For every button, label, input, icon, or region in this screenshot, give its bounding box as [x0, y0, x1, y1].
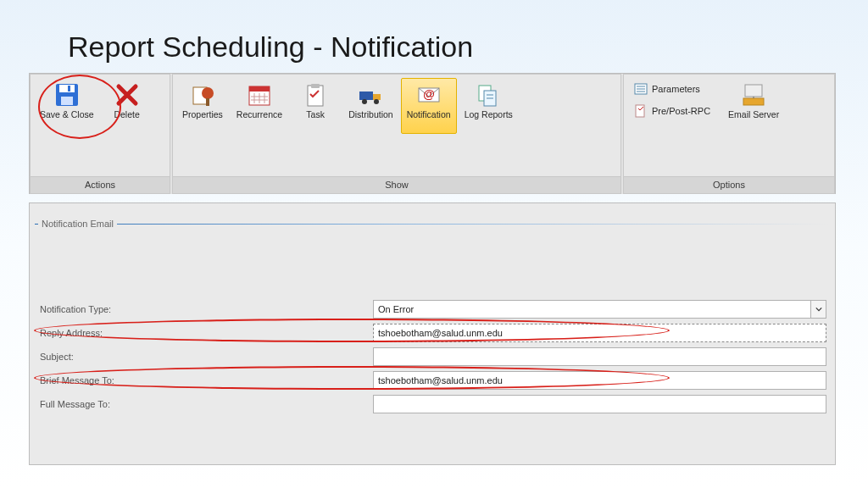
pre-post-rpc-button[interactable]: Pre/Post-RPC: [628, 101, 716, 121]
svg-rect-1: [59, 85, 75, 92]
log-reports-button[interactable]: Log Reports: [459, 78, 519, 134]
calendar-icon: [246, 81, 273, 108]
notification-panel: Notification Email Notification Type: On…: [29, 202, 836, 465]
notification-type-value: On Error: [378, 304, 414, 314]
label-reply-address: Reply Address:: [38, 328, 373, 338]
task-label: Task: [306, 110, 325, 120]
reply-address-input[interactable]: tshoebotham@salud.unm.edu: [373, 324, 826, 342]
delete-button[interactable]: Delete: [102, 78, 153, 134]
chevron-down-icon[interactable]: [810, 301, 826, 318]
properties-button[interactable]: Properties: [176, 78, 229, 134]
recurrence-label: Recurrence: [236, 110, 282, 120]
svg-rect-3: [68, 86, 70, 92]
page-title: Report Scheduling - Notification: [68, 30, 473, 64]
svg-rect-17: [373, 94, 381, 100]
distribution-button[interactable]: Distribution: [342, 78, 399, 134]
row-full-message-to: Full Message To:: [38, 393, 826, 415]
log-reports-icon: [475, 81, 502, 108]
row-reply-address: Reply Address: tshoebotham@salud.unm.edu: [38, 322, 826, 344]
svg-rect-2: [61, 97, 73, 105]
label-subject: Subject:: [38, 352, 373, 362]
brief-message-to-value: tshoebotham@salud.unm.edu: [378, 375, 503, 385]
parameters-button[interactable]: Parameters: [628, 79, 716, 99]
svg-rect-31: [745, 85, 762, 97]
ribbon-group-label-options: Options: [624, 176, 834, 193]
svg-rect-8: [249, 86, 270, 92]
ribbon-group-label-show: Show: [173, 176, 620, 193]
clipboard-icon: [302, 81, 329, 108]
email-server-icon: [740, 81, 767, 108]
log-reports-label: Log Reports: [465, 110, 513, 120]
svg-rect-6: [206, 98, 209, 106]
svg-point-5: [202, 87, 214, 99]
panel-title: Notification Email: [38, 219, 117, 229]
row-notification-type: Notification Type: On Error: [38, 298, 826, 320]
save-close-button[interactable]: Save & Close: [34, 78, 100, 134]
notification-button[interactable]: @ Notification: [401, 78, 457, 134]
ribbon: Save & Close Delete Actions Properties: [29, 73, 836, 194]
label-notification-type: Notification Type:: [38, 304, 373, 314]
properties-icon: [189, 81, 216, 108]
label-brief-message-to: Brief Message To:: [38, 375, 373, 385]
svg-text:@: @: [423, 87, 435, 101]
row-brief-message-to: Brief Message To: tshoebotham@salud.unm.…: [38, 369, 826, 391]
email-at-icon: @: [415, 81, 442, 108]
svg-rect-15: [311, 84, 320, 88]
svg-point-18: [362, 99, 367, 104]
pre-post-rpc-label: Pre/Post-RPC: [652, 106, 710, 116]
subject-input[interactable]: [373, 347, 826, 366]
ribbon-group-label-actions: Actions: [31, 176, 170, 193]
svg-rect-16: [359, 92, 373, 100]
reply-address-value: tshoebotham@salud.unm.edu: [378, 328, 503, 338]
ribbon-group-options: Parameters Pre/Post-RPC Email Server: [623, 74, 835, 194]
notification-type-dropdown[interactable]: On Error: [373, 300, 826, 319]
delete-label: Delete: [114, 110, 139, 120]
fieldset-line: [35, 224, 830, 225]
label-full-message-to: Full Message To:: [38, 399, 373, 409]
email-server-label: Email Server: [728, 110, 779, 120]
script-icon: [634, 104, 648, 118]
svg-point-19: [374, 99, 379, 104]
brief-message-to-input[interactable]: tshoebotham@salud.unm.edu: [373, 371, 826, 390]
ribbon-group-actions: Save & Close Delete Actions: [30, 74, 170, 194]
save-close-label: Save & Close: [40, 110, 94, 120]
email-server-button[interactable]: Email Server: [722, 78, 785, 134]
floppy-disk-icon: [53, 81, 81, 108]
delete-x-icon: [114, 81, 141, 108]
parameters-label: Parameters: [652, 84, 700, 94]
svg-rect-32: [743, 98, 764, 105]
distribution-label: Distribution: [348, 110, 393, 120]
recurrence-button[interactable]: Recurrence: [231, 78, 288, 134]
notification-label: Notification: [407, 110, 451, 120]
full-message-to-input[interactable]: [373, 395, 826, 413]
properties-label: Properties: [182, 110, 223, 120]
ribbon-group-show: Properties Recurrence Task: [172, 74, 621, 194]
svg-rect-14: [308, 86, 323, 106]
task-button[interactable]: Task: [290, 78, 341, 134]
row-subject: Subject:: [38, 346, 826, 368]
truck-icon: [357, 81, 384, 108]
parameters-icon: [634, 82, 648, 96]
